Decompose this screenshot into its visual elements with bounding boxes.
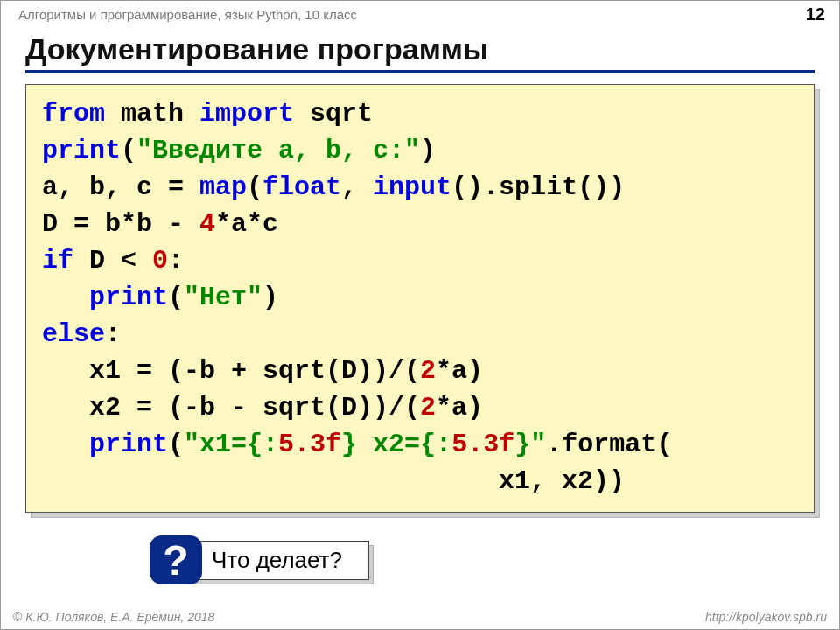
slide-title: Документирование программы bbox=[1, 27, 839, 66]
code-token: *a*c bbox=[215, 209, 278, 239]
code-token: x2 = (-b - sqrt(D))/( bbox=[42, 393, 420, 423]
code-token: 2 bbox=[420, 356, 436, 386]
code-token: 5.3f bbox=[278, 430, 341, 459]
code-token: }" bbox=[514, 430, 546, 459]
code-token: : bbox=[168, 246, 184, 276]
code-token: print bbox=[89, 430, 168, 459]
code-token: 2 bbox=[420, 393, 436, 423]
code-token: map bbox=[200, 172, 247, 202]
code-token: a, b, c = bbox=[42, 172, 200, 202]
code-token: *a) bbox=[436, 393, 483, 423]
code-token: x1, x2)) bbox=[42, 466, 625, 496]
code-token: if bbox=[42, 246, 74, 276]
footer-authors: К.Ю. Поляков, Е.А. Ерёмин, 2018 bbox=[25, 610, 214, 624]
code-token: ().split()) bbox=[452, 172, 625, 202]
slide: Алгоритмы и программирование, язык Pytho… bbox=[0, 0, 840, 630]
header-bar: Алгоритмы и программирование, язык Pytho… bbox=[1, 1, 839, 27]
code-block: from math import sqrt print("Введите a, … bbox=[25, 84, 815, 513]
code-token: , bbox=[341, 172, 373, 202]
code-token bbox=[42, 430, 89, 459]
code-token: "Введите a, b, c:" bbox=[136, 136, 420, 165]
code-token bbox=[42, 283, 89, 312]
code-token: float bbox=[262, 172, 341, 202]
question-row: ? Что делает? bbox=[150, 536, 839, 584]
code-token: D < bbox=[74, 246, 152, 276]
code-token: input bbox=[373, 172, 452, 202]
code-token: sqrt bbox=[294, 99, 373, 129]
question-mark-icon: ? bbox=[150, 536, 202, 584]
course-title: Алгоритмы и программирование, язык Pytho… bbox=[18, 7, 357, 22]
code-token: .format( bbox=[546, 430, 672, 459]
code-token: *a) bbox=[436, 356, 483, 386]
code-token: ( bbox=[168, 283, 184, 312]
code-token: 0 bbox=[152, 246, 168, 276]
code-content: from math import sqrt print("Введите a, … bbox=[25, 84, 815, 513]
code-token: print bbox=[89, 283, 168, 312]
code-token: "x1={: bbox=[184, 430, 278, 459]
code-token: 5.3f bbox=[452, 430, 514, 459]
code-token: math bbox=[105, 99, 200, 129]
code-token: } x2={: bbox=[341, 430, 452, 459]
code-token: x1 = (-b + sqrt(D))/( bbox=[42, 356, 420, 386]
code-token: from bbox=[42, 99, 105, 129]
code-token: 4 bbox=[200, 209, 215, 239]
code-token: ) bbox=[420, 136, 436, 165]
footer-bar: © К.Ю. Поляков, Е.А. Ерёмин, 2018 http:/… bbox=[1, 605, 839, 629]
question-box: Что делает? bbox=[192, 541, 369, 580]
page-number: 12 bbox=[806, 4, 825, 24]
code-token: D = b*b - bbox=[42, 209, 200, 239]
code-token: ( bbox=[247, 172, 262, 202]
code-token: else bbox=[42, 319, 105, 349]
footer-url: http://kpolyakov.spb.ru bbox=[705, 610, 827, 624]
code-token: ) bbox=[262, 283, 278, 312]
code-token: ( bbox=[168, 430, 184, 459]
code-token: ( bbox=[121, 136, 136, 165]
question-text: Что делает? bbox=[192, 541, 369, 580]
copyright-icon: © bbox=[13, 610, 22, 624]
code-token: print bbox=[42, 136, 121, 165]
code-token: : bbox=[105, 319, 121, 349]
title-underline bbox=[25, 70, 815, 74]
code-token: "Нет" bbox=[184, 283, 262, 312]
code-token: import bbox=[200, 99, 294, 129]
